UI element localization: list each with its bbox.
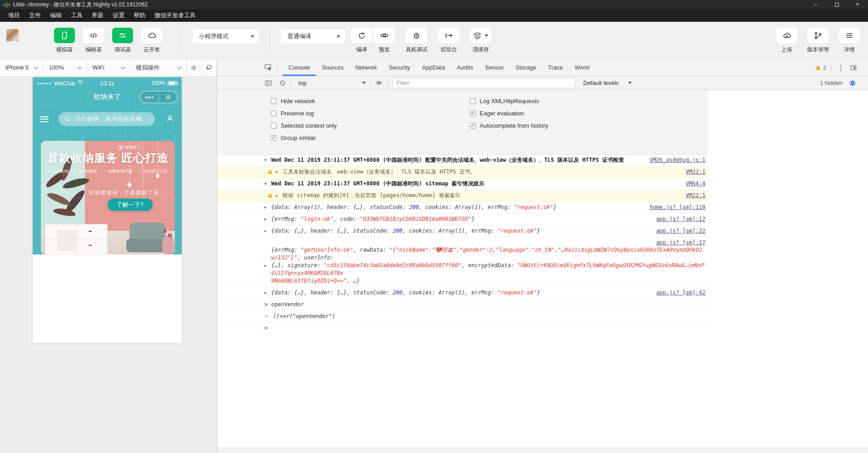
console-row-object[interactable]: ▶{errMsg: "login:ok", code: "033WbTGB18z… [217,214,708,225]
menu-icon[interactable] [40,114,49,124]
close-button[interactable]: × [847,0,868,9]
toolbar-button-sliders[interactable]: 调试器 [112,28,133,54]
dock-panel-icon[interactable] [850,64,857,71]
console-row-multi[interactable]: app.js? [sm]:27{errMsg: "getUserInfo:ok"… [217,237,708,287]
search-input[interactable]: 日式收纳、蒸汽除菌杀螨 [59,112,155,126]
compile-mode-select[interactable]: 普通编译 [281,30,345,43]
device-option-WiFi[interactable]: WiFi [87,59,131,76]
console-row-object[interactable]: ▶{data: {…}, header: {…}, statusCode: 20… [217,225,708,237]
toolbar-button-refresh[interactable]: 编译 [351,28,372,54]
device-option-100%[interactable]: 100% [44,59,87,76]
log-levels-select[interactable]: Default levels [583,80,632,86]
user-avatar[interactable] [6,29,19,41]
toolbar-button-eye[interactable]: 预览 [374,28,395,54]
caret-down-icon[interactable]: ▼ [264,156,271,164]
checkbox-eager-evaluation[interactable]: ✓Eager evaluation [470,107,548,119]
tab-audits[interactable]: Audits [451,59,479,76]
checkbox-group-similar[interactable]: ✓Group similar [271,132,337,144]
toolbar-button-bug[interactable]: 真机调试 [406,28,427,54]
caret-right-icon[interactable]: ▶ [264,262,271,277]
console-settings-gear-icon[interactable] [849,80,856,87]
menu-item-项目[interactable]: 项目 [4,9,25,22]
caret-right-icon[interactable]: ▶ [264,204,271,211]
source-link[interactable]: app.js? [sm]:27 [650,239,705,246]
source-link[interactable]: home.js? [sm]:110 [643,204,705,211]
tab-network[interactable]: Network [349,59,383,76]
caret-right-icon[interactable]: ▶ [264,227,271,235]
checkbox-box[interactable] [271,123,277,129]
checkbox-box[interactable] [271,110,277,116]
source-link[interactable]: app.js? [sm]:22 [650,227,705,235]
caret-down-icon[interactable]: ▼ [264,180,271,188]
checkbox-hide-network[interactable]: Hide network [271,95,337,107]
console-row-warning[interactable]: ▶工具未校验合法域名、web-view（业务域名）、TLS 版本以及 HTTPS… [217,166,708,178]
tab-storage[interactable]: Storage [510,59,542,76]
caret-right-icon[interactable]: ▶ [276,192,283,199]
console-warning-count[interactable]: 2 [815,65,826,71]
window-icon-cell[interactable] [202,59,217,76]
toolbar-button-clouddev[interactable]: 云开发 [141,28,162,54]
speaker-icon-cell[interactable] [187,59,202,76]
checkbox-box[interactable]: ✓ [470,110,476,116]
caret-right-icon[interactable]: ▶ [264,289,271,297]
user-icon[interactable] [166,114,174,124]
menu-item-文件[interactable]: 文件 [25,9,45,22]
tab-appdata[interactable]: AppData [416,59,451,76]
miniprogram-capsule[interactable]: ●●● [140,91,178,103]
console-row-object[interactable]: ▶{data: {…}, header: {…}, statusCode: 20… [217,287,708,299]
source-link[interactable]: VM22:1 [680,192,705,199]
tab-wxml[interactable]: Wxml [569,59,595,76]
checkbox-box[interactable] [271,98,277,104]
device-option-模拟操作[interactable]: 模拟操作 [130,59,187,76]
console-row-group[interactable]: ▼Wed Dec 11 2019 23:11:37 GMT+0800 (中国标准… [217,154,708,166]
checkbox-box[interactable] [470,98,476,104]
toolbar-button-phone[interactable]: 模拟器 [54,28,75,54]
tab-console[interactable]: Console [283,59,316,76]
menu-item-工具[interactable]: 工具 [66,9,87,22]
menu-item-设置[interactable]: 设置 [108,9,129,22]
toolbar-button-branch[interactable]: 版本管理 [807,28,829,54]
tab-trace[interactable]: Trace [542,59,569,76]
toolbar-button-cloudup[interactable]: 上传 [776,28,797,54]
close-miniprogram-icon[interactable] [159,95,177,100]
clear-console-icon[interactable] [279,80,286,87]
menu-item-帮助[interactable]: 帮助 [129,9,150,22]
maximize-button[interactable] [826,0,847,9]
caret-right-icon[interactable]: ▶ [276,168,283,176]
console-row-object[interactable]: ▶{data: Array(1), header: {…}, statusCod… [217,202,708,214]
learn-more-button[interactable]: 了解一下? [108,199,153,211]
tab-security[interactable]: Security [383,59,416,76]
menu-item-界面[interactable]: 界面 [87,9,108,22]
mode-select[interactable]: 小程序模式 [193,30,259,43]
source-link[interactable]: VM64:4 [680,180,705,188]
more-options-icon[interactable]: ●●● [140,95,159,100]
source-link[interactable]: app.js? [sm]:42 [650,289,705,297]
menu-item-编辑[interactable]: 编辑 [45,9,66,22]
live-expression-eye-icon[interactable] [375,79,383,87]
tab-sensor[interactable]: Sensor [479,59,510,76]
filter-input[interactable] [392,78,576,88]
toolbar-button-hamb[interactable]: 详情 [839,28,860,54]
source-link[interactable]: VM22:1 [680,168,705,176]
source-link[interactable]: app.js? [sm]:12 [650,215,705,223]
checkbox-log-xmlhttprequests[interactable]: Log XMLHttpRequests [470,95,548,107]
checkbox-box[interactable]: ✓ [271,135,277,141]
checkbox-box[interactable]: ✓ [470,123,476,129]
checkbox-preserve-log[interactable]: Preserve log [271,107,337,119]
menu-item-微信开发者工具[interactable]: 微信开发者工具 [150,9,200,22]
toolbar-button-code[interactable]: 编辑器 [83,28,104,54]
tab-sources[interactable]: Sources [316,59,350,76]
console-row-warning[interactable]: ▶根据 sitemap 的规则[0]，当前页面 [pages/home/home… [217,190,708,202]
toolbar-button-layers[interactable]: 清缓存 [470,28,491,54]
toolbar-button-tobg[interactable]: 切后台 [438,28,459,54]
console-row-group[interactable]: ▼Wed Dec 11 2019 23:11:37 GMT+0800 (中国标准… [217,178,708,190]
inspect-element-icon[interactable] [264,63,273,72]
checkbox-autocomplete-from-history[interactable]: ✓Autocomplete from history [470,119,548,132]
devtools-menu-icon[interactable]: ⋮ [836,64,846,72]
hero-banner[interactable]: 收纳来了 首款收纳服务 匠心打造 • 日式收纳 • 8小时服务 • 免费收纳方案… [41,141,175,254]
execution-context-select[interactable]: top [298,80,366,86]
console-sidebar-toggle-icon[interactable] [264,79,273,87]
console-row-prompt[interactable]: > [217,323,708,334]
source-link[interactable]: VM26_asdebug.js:1 [643,156,705,164]
device-option-iPhone 5[interactable]: iPhone 5 [0,59,44,76]
